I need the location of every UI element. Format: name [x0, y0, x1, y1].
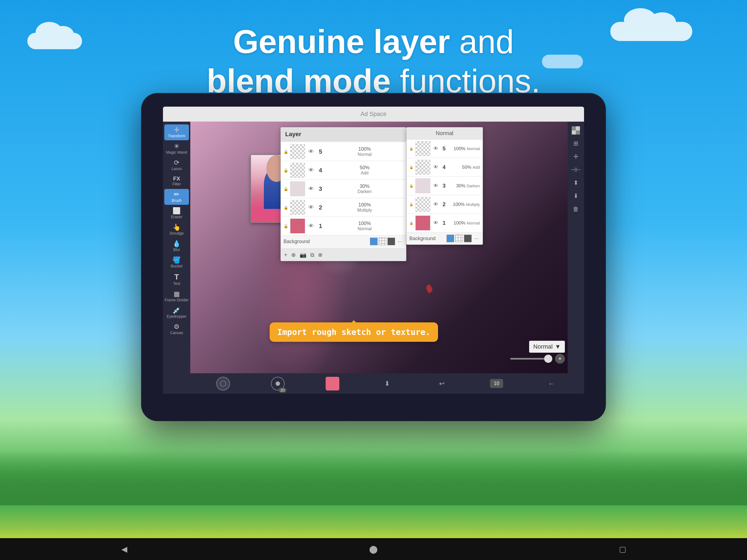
blend-layer-1[interactable]: 🔒 👁 1 100% Normal: [407, 214, 483, 232]
blend-layer-3[interactable]: 🔒 👁 3 30% Darken: [407, 177, 483, 195]
tablet: Ad Space ✛ Transform ✳ Magic Wand ⟳ Lass…: [141, 93, 606, 421]
move-down-tool[interactable]: ⬇: [569, 190, 583, 202]
color-picker[interactable]: [325, 376, 340, 391]
android-home-button[interactable]: ⬤: [365, 541, 382, 557]
tool-bucket[interactable]: 🪣 Bucket: [164, 255, 189, 271]
android-recent-button[interactable]: ▢: [614, 541, 631, 557]
brush-size-tool[interactable]: 20: [270, 376, 285, 391]
blend-layer-4[interactable]: 🔒 👁 4 50% Add: [407, 158, 483, 177]
bg-box-checker[interactable]: [379, 238, 386, 245]
background-label: Background: [284, 239, 368, 245]
right-panel: ⊞ ✛ ⊣⊢ ⬍ ⬇ 🗑: [568, 122, 584, 394]
blend-2-eye-icon[interactable]: 👁: [433, 202, 439, 207]
layer-item-5[interactable]: 🔒 👁 5 100% Normal: [281, 143, 406, 161]
blend-3-lock-icon: 🔒: [409, 184, 413, 188]
bucket-icon: 🪣: [173, 257, 181, 263]
delete-icon: 🗑: [573, 206, 579, 213]
callout-tooltip: Import rough sketch or texture.: [269, 322, 438, 342]
undo-button[interactable]: ↩: [434, 376, 449, 391]
page-number-button[interactable]: 10: [489, 376, 504, 391]
tool-text[interactable]: T Text: [164, 271, 189, 288]
color-swatch[interactable]: [326, 377, 339, 390]
layer-2-eye-icon[interactable]: 👁: [307, 204, 315, 210]
brush-circle: [216, 377, 230, 390]
tool-smudge[interactable]: 👆 Smudge: [164, 222, 189, 238]
tool-text-label: Text: [173, 281, 180, 286]
tool-magic-wand[interactable]: ✳ Magic Wand: [164, 141, 189, 157]
background-row[interactable]: Background ⋯: [281, 235, 406, 248]
transform-all-tool[interactable]: ✛: [569, 151, 583, 163]
blend-panel[interactable]: Normal 🔒 👁 5 100% Normal 🔒: [406, 127, 483, 245]
add-layer-copy-icon[interactable]: ⊕: [291, 252, 296, 258]
blend-layer-2[interactable]: 🔒 👁 2 100% Multiply: [407, 195, 483, 214]
bg-more-icon[interactable]: ⋯: [397, 238, 403, 245]
add-opacity-button[interactable]: +: [555, 354, 565, 364]
add-layer-icon[interactable]: +: [284, 252, 287, 258]
tool-transform[interactable]: ✛ Transform: [164, 124, 189, 140]
move-down-icon: ⬇: [573, 193, 578, 200]
normal-dropdown[interactable]: Normal ▼: [529, 341, 565, 353]
copy-move-tool[interactable]: ⊞: [569, 137, 583, 150]
copy-icon: ⊞: [573, 140, 578, 147]
layer-panel[interactable]: Layer 🔒 👁 5 100% Normal: [281, 127, 406, 261]
bg-box-dark[interactable]: [387, 238, 395, 245]
tool-frame-divider[interactable]: ▦ Frame Divider: [164, 288, 189, 304]
tool-eyedropper[interactable]: 💉 Eyedropper: [164, 305, 189, 321]
delete-layer-icon[interactable]: ⊗: [318, 252, 323, 258]
brush-selector[interactable]: [215, 376, 231, 391]
blend-bg-more-icon[interactable]: ⋯: [473, 235, 480, 242]
layer-3-thumb: [290, 181, 305, 196]
blend-2-number: 2: [441, 201, 447, 207]
layer-item-2[interactable]: 🔒 👁 2 100% Multiply: [281, 198, 406, 217]
blend-3-eye-icon[interactable]: 👁: [433, 183, 439, 189]
tool-canvas-label: Canvas: [170, 331, 183, 335]
blend-layer-5[interactable]: 🔒 👁 5 100% Normal: [407, 139, 483, 158]
headline-bold-1: Genuine layer: [233, 23, 450, 60]
layer-5-eye-icon[interactable]: 👁: [307, 149, 315, 155]
layer-1-opacity: 100%: [326, 221, 403, 226]
layer-1-blend: Normal: [326, 226, 403, 231]
blend-background-row[interactable]: Background ⋯: [407, 232, 483, 245]
blend-bg-box-blue[interactable]: [446, 235, 454, 242]
delete-tool[interactable]: 🗑: [569, 203, 583, 215]
blend-bg-box-dark[interactable]: [464, 235, 472, 242]
back-button[interactable]: ←: [544, 376, 559, 391]
download-button[interactable]: ⬇: [380, 376, 395, 391]
layer-1-eye-icon[interactable]: 👁: [307, 223, 315, 229]
slider-thumb[interactable]: [544, 355, 552, 363]
merge-layer-icon[interactable]: ⧉: [310, 252, 314, 258]
layer-5-info: 100% Normal: [326, 146, 403, 157]
blend-4-eye-icon[interactable]: 👁: [433, 164, 439, 170]
import-layer-icon[interactable]: 📷: [300, 252, 307, 258]
blend-4-mode: Add: [472, 165, 480, 170]
tool-lasso[interactable]: ⟳ Lasso: [164, 157, 189, 173]
layer-2-opacity: 100%: [326, 202, 403, 208]
layer-4-eye-icon[interactable]: 👁: [307, 167, 315, 173]
blend-3-opacity: 30%: [456, 183, 465, 188]
tool-eraser[interactable]: ⬜ Eraser: [164, 205, 189, 221]
blend-5-eye-icon[interactable]: 👁: [433, 146, 439, 152]
checker-tool[interactable]: [569, 124, 583, 136]
flip-v-tool[interactable]: ⬍: [569, 177, 583, 189]
opacity-slider[interactable]: +: [510, 354, 565, 364]
flip-v-icon: ⬍: [573, 179, 578, 186]
tool-canvas[interactable]: ⚙ Canvas: [164, 321, 189, 337]
tool-filter[interactable]: FX Filter: [164, 174, 189, 188]
flip-h-tool[interactable]: ⊣⊢: [569, 164, 583, 176]
bg-box-blue[interactable]: [370, 238, 378, 245]
download-icon: ⬇: [384, 380, 390, 387]
tablet-screen[interactable]: Ad Space ✛ Transform ✳ Magic Wand ⟳ Lass…: [163, 107, 584, 394]
layer-3-eye-icon[interactable]: 👁: [307, 186, 315, 192]
blend-bg-box-checker[interactable]: [455, 235, 463, 242]
canvas-drawing-area[interactable]: Layer 🔒 👁 5 100% Normal: [190, 122, 584, 394]
layer-item-1[interactable]: 🔒 👁 1 100% Normal: [281, 217, 406, 235]
android-back-button[interactable]: ◀: [116, 541, 133, 557]
layer-item-3[interactable]: 🔒 👁 3 30% Darken: [281, 180, 406, 198]
layer-2-lock-icon: 🔒: [284, 205, 288, 210]
tool-blur[interactable]: 💧 Blur: [164, 238, 189, 254]
slider-track[interactable]: [510, 358, 552, 360]
tool-brush[interactable]: ✏ Brush: [164, 189, 189, 205]
layer-1-info: 100% Normal: [326, 221, 403, 231]
layer-item-4[interactable]: 🔒 👁 4 50% Add: [281, 161, 406, 180]
blend-1-eye-icon[interactable]: 👁: [433, 220, 439, 226]
